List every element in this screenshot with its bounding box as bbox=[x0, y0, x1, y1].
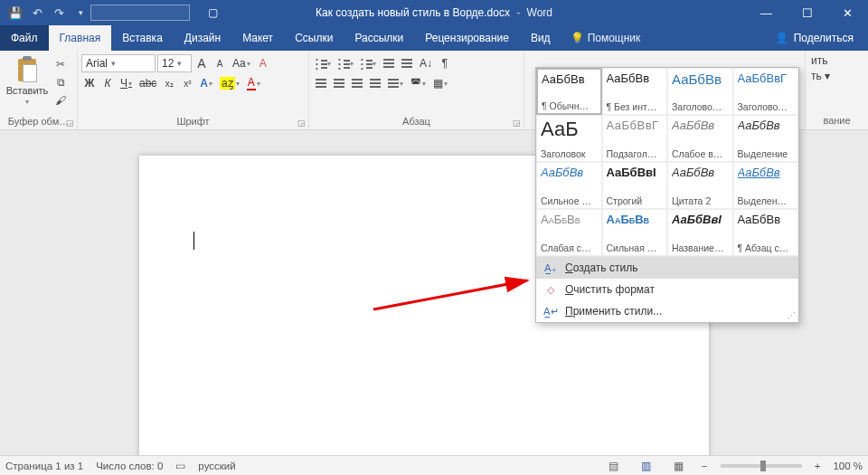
style-cell[interactable]: АаБбВвIНазвание… bbox=[667, 209, 733, 256]
subscript-button[interactable]: x₂ bbox=[161, 74, 177, 92]
style-cell[interactable]: АаБбВвГПодзагол… bbox=[602, 115, 668, 162]
sort-button[interactable]: А↓ bbox=[417, 54, 435, 72]
line-spacing-button[interactable]: ▾ bbox=[385, 74, 406, 92]
style-cell[interactable]: АаБбВвСлабая с… bbox=[536, 209, 602, 256]
paste-button[interactable]: Вставить ▾ bbox=[4, 54, 51, 106]
status-page[interactable]: Страница 1 из 1 bbox=[5, 461, 83, 471]
bucket-icon: ◚ bbox=[410, 77, 421, 90]
decrease-indent-button[interactable] bbox=[381, 54, 397, 72]
resize-grip-icon[interactable]: ⋰ bbox=[788, 311, 796, 320]
zoom-in-button[interactable]: + bbox=[815, 461, 821, 471]
style-cell[interactable]: АаБбВвЦитата 2 bbox=[667, 162, 733, 209]
align-right-icon bbox=[352, 79, 363, 88]
borders-button[interactable]: ▦▾ bbox=[430, 74, 450, 92]
select-button-partial[interactable]: ть ▾ bbox=[811, 70, 830, 82]
menu-clear-formatting[interactable]: ◇ Очистить формат bbox=[536, 279, 798, 300]
status-language[interactable]: русский bbox=[198, 461, 235, 471]
clipboard-dialog-launcher[interactable]: ◲ bbox=[64, 118, 75, 128]
tab-references[interactable]: Ссылки bbox=[284, 25, 344, 51]
zoom-slider[interactable] bbox=[721, 464, 802, 468]
change-case-button[interactable]: Aa▾ bbox=[230, 54, 253, 72]
style-cell[interactable]: АаБбВв¶ Без инт… bbox=[602, 68, 668, 115]
strike-button[interactable]: abc bbox=[137, 74, 159, 92]
apply-styles-icon: A̲↵ bbox=[543, 304, 558, 318]
style-preview: АаБбВв bbox=[672, 119, 729, 131]
bold-button[interactable]: Ж bbox=[81, 74, 98, 92]
justify-button[interactable] bbox=[367, 74, 383, 92]
tab-layout[interactable]: Макет bbox=[231, 25, 284, 51]
maximize-button[interactable]: ☐ bbox=[787, 0, 827, 25]
share-button[interactable]: 👤 Поделиться bbox=[760, 25, 868, 51]
multilevel-list-button[interactable]: ▾ bbox=[358, 54, 379, 72]
style-cell[interactable]: АаБбВвВыделение bbox=[733, 115, 799, 162]
style-cell[interactable]: АаБбВв¶ Абзац с… bbox=[733, 209, 799, 256]
redo-icon[interactable]: ↷ bbox=[49, 3, 69, 23]
numbering-button[interactable]: ▾ bbox=[335, 54, 356, 72]
style-cell[interactable]: АаБбВвIСтрогий bbox=[602, 162, 668, 209]
tab-home[interactable]: Главная bbox=[49, 25, 112, 51]
tell-me-box[interactable]: 💡 Помощник bbox=[561, 25, 650, 51]
font-color-button[interactable]: A▾ bbox=[244, 74, 263, 92]
style-cell[interactable]: АаБбВвВыделен… bbox=[733, 162, 799, 209]
grow-font-button[interactable]: A bbox=[193, 54, 210, 72]
user-account-box[interactable] bbox=[90, 5, 190, 21]
menu-apply-styles[interactable]: A̲↵ Применить стили... bbox=[536, 300, 798, 322]
cut-icon[interactable]: ✂ bbox=[52, 56, 69, 72]
style-cell[interactable]: АаБбВвСильное … bbox=[536, 162, 602, 209]
window-title: Как создать новый стиль в Ворде.docx - W… bbox=[316, 6, 552, 19]
style-preview: АаБбВвГ bbox=[607, 119, 664, 131]
view-read-mode-icon[interactable]: ▤ bbox=[604, 458, 624, 474]
format-painter-icon[interactable]: 🖌 bbox=[52, 92, 69, 109]
style-cell[interactable]: АаБбВвЗаголово… bbox=[667, 68, 733, 115]
document-name: Как создать новый стиль в Ворде.docx bbox=[316, 6, 510, 19]
show-marks-button[interactable]: ¶ bbox=[437, 54, 453, 72]
save-icon[interactable]: 💾 bbox=[5, 3, 25, 23]
underline-button[interactable]: Ч▾ bbox=[118, 74, 135, 92]
view-web-layout-icon[interactable]: ▦ bbox=[669, 458, 689, 474]
status-word-count[interactable]: Число слов: 0 bbox=[96, 461, 163, 471]
menu-create-style[interactable]: A̲₊ Создать стиль bbox=[536, 257, 798, 279]
italic-button[interactable]: К bbox=[99, 74, 116, 92]
styles-gallery-menu: A̲₊ Создать стиль ◇ Очистить формат A̲↵ … bbox=[536, 256, 798, 322]
zoom-out-button[interactable]: − bbox=[702, 461, 708, 471]
highlight-button[interactable]: aȥ▾ bbox=[217, 74, 242, 92]
undo-icon[interactable]: ↶ bbox=[27, 3, 47, 23]
clear-formatting-button[interactable]: A bbox=[255, 54, 271, 72]
replace-button-partial[interactable]: ить bbox=[811, 54, 827, 67]
shading-button[interactable]: ◚▾ bbox=[408, 74, 429, 92]
view-print-layout-icon[interactable]: ▥ bbox=[637, 458, 656, 474]
text-effects-button[interactable]: A▾ bbox=[197, 74, 215, 92]
qat-customize-icon[interactable]: ▾ bbox=[71, 3, 90, 23]
align-left-button[interactable] bbox=[313, 74, 329, 92]
minimize-button[interactable]: — bbox=[746, 0, 787, 25]
shrink-font-button[interactable]: A bbox=[212, 54, 228, 72]
bullets-icon bbox=[316, 59, 326, 68]
style-cell[interactable]: АаБбВв¶ Обычн… bbox=[536, 68, 602, 115]
increase-indent-button[interactable] bbox=[399, 54, 415, 72]
copy-icon[interactable]: ⧉ bbox=[52, 74, 69, 90]
tab-review[interactable]: Рецензирование bbox=[414, 25, 520, 51]
share-icon: 👤 bbox=[775, 32, 788, 44]
tab-insert[interactable]: Вставка bbox=[111, 25, 174, 51]
group-font: Arial▾ 12▾ A A Aa▾ A Ж К Ч▾ abc x₂ x² A▾… bbox=[78, 51, 309, 129]
zoom-level[interactable]: 100 % bbox=[833, 461, 863, 471]
align-center-button[interactable] bbox=[331, 74, 347, 92]
font-dialog-launcher[interactable]: ◲ bbox=[296, 118, 307, 128]
bullets-button[interactable]: ▾ bbox=[313, 54, 334, 72]
status-spellcheck-icon[interactable]: ▭ bbox=[175, 460, 185, 472]
ribbon-display-options-icon[interactable]: ▢ bbox=[199, 0, 226, 25]
tab-file[interactable]: Файл bbox=[0, 25, 49, 51]
align-right-button[interactable] bbox=[349, 74, 365, 92]
close-button[interactable]: ✕ bbox=[827, 0, 868, 25]
tab-view[interactable]: Вид bbox=[520, 25, 561, 51]
style-cell[interactable]: АаБбВвГЗаголово… bbox=[733, 68, 799, 115]
tab-design[interactable]: Дизайн bbox=[174, 25, 231, 51]
style-cell[interactable]: АаБЗаголовок bbox=[536, 115, 602, 162]
font-size-combo[interactable]: 12▾ bbox=[157, 54, 192, 72]
font-name-combo[interactable]: Arial▾ bbox=[81, 54, 156, 72]
tab-mailings[interactable]: Рассылки bbox=[344, 25, 414, 51]
paragraph-dialog-launcher[interactable]: ◲ bbox=[511, 118, 522, 128]
style-cell[interactable]: АаБбВвСильная … bbox=[602, 209, 668, 256]
style-cell[interactable]: АаБбВвСлабое в… bbox=[667, 115, 733, 162]
superscript-button[interactable]: x² bbox=[179, 74, 195, 92]
